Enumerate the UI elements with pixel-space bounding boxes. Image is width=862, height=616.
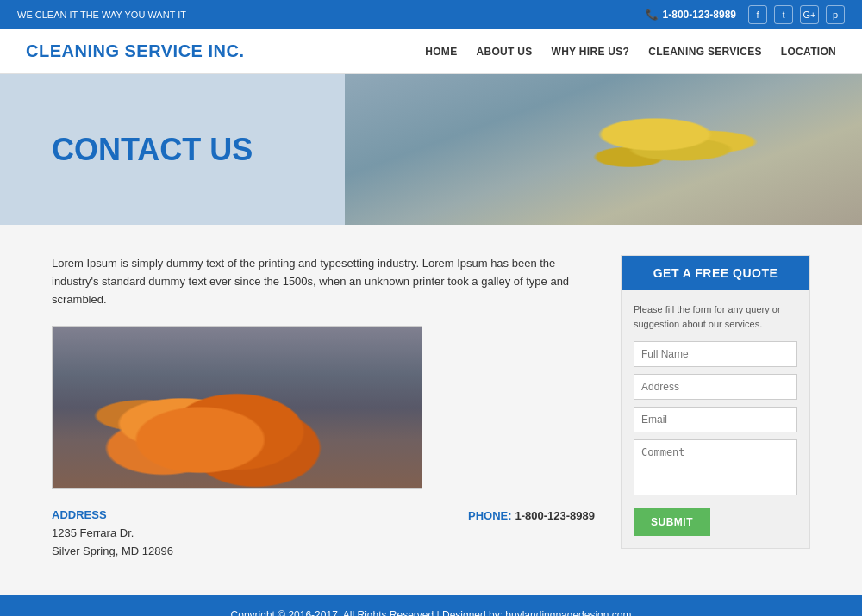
logo: CLEANING SERVICE INC. — [26, 41, 245, 61]
social-icons: f t G+ p — [748, 5, 845, 24]
top-bar-phone: 📞 1-800-123-8989 — [646, 9, 736, 21]
phone-block: PHONE: 1-800-123-8989 — [468, 508, 595, 522]
pinterest-icon[interactable]: p — [826, 5, 845, 24]
intro-text: Lorem Ipsum is simply dummy text of the … — [52, 255, 595, 308]
phone-number: 1-800-123-8989 — [515, 509, 595, 522]
top-bar-right: 📞 1-800-123-8989 f t G+ p — [646, 5, 845, 24]
twitter-icon[interactable]: t — [774, 5, 793, 24]
phone-label: PHONE: — [468, 509, 512, 522]
top-bar: WE CLEAN IT THE WAY YOU WANT IT 📞 1-800-… — [0, 0, 862, 29]
nav-why[interactable]: WHY HIRE US? — [552, 46, 630, 58]
header: CLEANING SERVICE INC. HOME ABOUT US WHY … — [0, 29, 862, 74]
right-column: GET A FREE QUOTE Please fill the form fo… — [621, 255, 810, 561]
fullname-input[interactable] — [634, 341, 797, 367]
address-block: ADDRESS 1235 Ferrara Dr. Silver Spring, … — [52, 508, 173, 561]
quote-box: GET A FREE QUOTE Please fill the form fo… — [621, 255, 810, 549]
facebook-icon[interactable]: f — [748, 5, 767, 24]
hero-banner: CONTACT US — [0, 74, 862, 225]
comment-input[interactable] — [634, 439, 797, 495]
left-column: Lorem Ipsum is simply dummy text of the … — [52, 255, 595, 561]
main-nav: HOME ABOUT US WHY HIRE US? CLEANING SERV… — [425, 46, 836, 58]
address-line1: 1235 Ferrara Dr. — [52, 525, 173, 543]
address-phone-row: ADDRESS 1235 Ferrara Dr. Silver Spring, … — [52, 508, 595, 561]
googleplus-icon[interactable]: G+ — [800, 5, 819, 24]
top-bar-phone-number: 1-800-123-8989 — [663, 9, 736, 21]
page-title: CONTACT US — [0, 132, 253, 168]
quote-header: GET A FREE QUOTE — [622, 256, 809, 290]
main-content: Lorem Ipsum is simply dummy text of the … — [0, 225, 862, 595]
nav-home[interactable]: HOME — [425, 46, 457, 58]
nav-about[interactable]: ABOUT US — [476, 46, 532, 58]
address-line2: Silver Spring, MD 12896 — [52, 543, 173, 561]
address-input[interactable] — [634, 374, 797, 400]
cleaning-image — [52, 326, 422, 489]
quote-description: Please fill the form for any query or su… — [634, 302, 797, 331]
address-label: ADDRESS — [52, 508, 173, 521]
email-input[interactable] — [634, 407, 797, 432]
submit-button[interactable]: SUBMIT — [634, 508, 710, 536]
quote-body: Please fill the form for any query or su… — [622, 290, 809, 548]
tagline: WE CLEAN IT THE WAY YOU WANT IT — [17, 9, 186, 20]
footer-text: Copyright © 2016-2017. All Rights Reserv… — [231, 609, 632, 616]
footer: Copyright © 2016-2017. All Rights Reserv… — [0, 595, 862, 616]
nav-location[interactable]: LOCATION — [781, 46, 836, 58]
nav-services[interactable]: CLEANING SERVICES — [648, 46, 762, 58]
hero-image — [345, 74, 862, 225]
phone-icon: 📞 — [646, 9, 659, 21]
